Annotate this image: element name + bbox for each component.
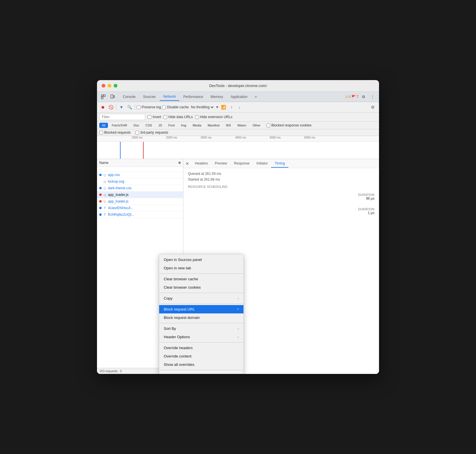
clear-icon[interactable]: 🚫 xyxy=(107,104,114,111)
more-options-icon[interactable]: ⋮ xyxy=(369,93,377,101)
close-button[interactable] xyxy=(102,84,105,88)
filter-all[interactable]: All xyxy=(99,123,108,128)
close-panel-button[interactable]: ✕ xyxy=(186,161,189,166)
menu-clear-cache[interactable]: Clear browser cache xyxy=(159,275,243,283)
minimize-button[interactable] xyxy=(108,84,111,88)
tab-initiator[interactable]: Initiator xyxy=(253,160,271,168)
resource-scheduling-header: Resource Scheduling xyxy=(188,185,374,188)
menu-copy[interactable]: Copy › xyxy=(159,294,243,302)
tab-performance[interactable]: Performance xyxy=(180,93,207,101)
file-item-fluh[interactable]: T flUhRq6tzZclQl... xyxy=(97,211,183,218)
top-right-area: ⚠6 🚩7 ⚙ ⋮ xyxy=(345,93,377,101)
hide-extension-urls-label[interactable]: Hide extension URLs xyxy=(195,115,233,119)
menu-label: Header Options xyxy=(164,335,190,339)
menu-block-request-url[interactable]: Block request URL ↗ xyxy=(159,305,243,313)
file-indicator xyxy=(99,207,102,209)
invert-label[interactable]: Invert xyxy=(148,115,161,119)
duration-label-1: DURATION xyxy=(358,193,374,196)
menu-open-new-tab[interactable]: Open in new tab xyxy=(159,264,243,272)
filter-doc[interactable]: Doc xyxy=(131,123,142,128)
menu-override-headers[interactable]: Override headers xyxy=(159,344,243,352)
file-item-lockup[interactable]: ◻ lockup.svg xyxy=(97,178,183,185)
blocked-requests-checkbox[interactable] xyxy=(99,131,103,135)
filter-other[interactable]: Other xyxy=(250,123,263,128)
network-settings-icon[interactable]: ⚙ xyxy=(369,103,377,111)
disable-cache-label[interactable]: Disable cache xyxy=(162,105,189,109)
invert-checkbox[interactable] xyxy=(148,115,151,119)
filter-ws[interactable]: WS xyxy=(223,123,234,128)
third-party-label[interactable]: 3rd-party requests xyxy=(135,130,168,135)
tab-console[interactable]: Console xyxy=(119,93,139,101)
filter-fetch-xhr[interactable]: Fetch/XHR xyxy=(109,123,130,128)
file-type-icon: ◻ xyxy=(103,199,107,203)
file-item-apploader[interactable]: ◻ app_loader.js xyxy=(97,192,183,198)
menu-save-har[interactable]: Save all as HAR with content xyxy=(159,371,243,374)
file-name: 4UasrENHsxJl... xyxy=(108,206,133,210)
stop-recording-icon[interactable]: ⏺ xyxy=(99,104,106,111)
filter-js[interactable]: JS xyxy=(156,123,165,128)
maximize-button[interactable] xyxy=(114,84,117,88)
upload-icon[interactable]: ↑ xyxy=(228,104,235,111)
filter-input[interactable] xyxy=(99,114,145,120)
device-icon[interactable] xyxy=(108,93,117,101)
filter-media[interactable]: Media xyxy=(190,123,204,128)
error-badge: 🚩7 xyxy=(351,95,358,99)
timeline-area: 1000 ms 2000 ms 3000 ms 4000 ms 5000 ms … xyxy=(97,136,379,159)
file-item[interactable]: ··· xyxy=(97,167,183,172)
menu-block-request-domain[interactable]: Block request domain xyxy=(159,313,243,322)
queued-at: Queued at 261.59 ms xyxy=(188,172,374,176)
panel-tabs: ✕ Headers Preview Response Initiator Tim… xyxy=(183,159,379,168)
file-type-icon: T xyxy=(103,206,107,210)
menu-label: Open in Sources panel xyxy=(164,258,202,262)
file-item-appcss[interactable]: ◻ app.css xyxy=(97,172,183,178)
settings-icon[interactable]: ⚙ xyxy=(359,93,368,101)
file-type-icon: ◻ xyxy=(103,173,107,177)
menu-show-all-overrides[interactable]: Show all overrides xyxy=(159,360,243,369)
file-item-4uasr[interactable]: T 4UasrENHsxJl... xyxy=(97,205,183,211)
svg-rect-0 xyxy=(101,95,103,97)
search-icon[interactable]: 🔍 xyxy=(126,104,133,111)
third-party-checkbox[interactable] xyxy=(135,131,139,135)
file-item-darktheme[interactable]: ◻ dark-theme.css xyxy=(97,185,183,192)
disable-cache-checkbox[interactable] xyxy=(162,105,166,109)
download-icon[interactable]: ↓ xyxy=(236,104,243,111)
menu-override-content[interactable]: Override content xyxy=(159,352,243,360)
filter-manifest[interactable]: Manifest xyxy=(205,123,222,128)
tab-response[interactable]: Response xyxy=(231,160,253,168)
filter-img[interactable]: Img xyxy=(178,123,189,128)
filter-css[interactable]: CSS xyxy=(143,123,155,128)
inspect-icon[interactable] xyxy=(99,93,107,101)
blocked-requests-label[interactable]: Blocked requests xyxy=(99,130,131,135)
menu-clear-cookies[interactable]: Clear browser cookies xyxy=(159,283,243,292)
timeline-label-3: 3000 ms xyxy=(201,136,212,139)
file-item-apploaderb[interactable]: ◻ app_loader.js xyxy=(97,198,183,205)
filter-wasm[interactable]: Wasm xyxy=(235,123,249,128)
timeline-blue-marker xyxy=(120,142,121,159)
blocked-cookies-checkbox[interactable] xyxy=(266,124,270,127)
file-name: dark-theme.css xyxy=(108,186,132,190)
hide-data-urls-label[interactable]: Hide data URLs xyxy=(163,115,193,119)
filter-font[interactable]: Font xyxy=(166,123,177,128)
tab-more[interactable]: » xyxy=(252,93,260,101)
preserve-log-checkbox[interactable] xyxy=(137,105,140,109)
preserve-log-label[interactable]: Preserve log xyxy=(137,105,161,109)
menu-header-options[interactable]: Header Options › xyxy=(159,333,243,341)
duration-value-1: 98 µs xyxy=(358,196,374,200)
duration-value-2: 1 µs xyxy=(358,211,374,215)
tab-sources[interactable]: Sources xyxy=(140,93,159,101)
menu-open-sources[interactable]: Open in Sources panel xyxy=(159,256,243,264)
blocked-cookies-label[interactable]: Blocked response cookies xyxy=(266,123,311,127)
menu-sort-by[interactable]: Sort By › xyxy=(159,324,243,333)
wifi-icon[interactable]: 📶 xyxy=(220,104,227,111)
tab-application[interactable]: Application xyxy=(227,93,251,101)
hide-extension-urls-checkbox[interactable] xyxy=(195,115,199,119)
file-type-icon: ◻ xyxy=(103,193,107,197)
tab-headers[interactable]: Headers xyxy=(191,160,211,168)
tab-timing[interactable]: Timing xyxy=(271,160,288,168)
tab-memory[interactable]: Memory xyxy=(207,93,226,101)
tab-preview[interactable]: Preview xyxy=(211,160,231,168)
hide-data-urls-checkbox[interactable] xyxy=(163,115,167,119)
filter-icon[interactable]: ▼ xyxy=(118,104,125,111)
throttle-select[interactable]: No throttling xyxy=(190,105,214,109)
tab-network[interactable]: Network xyxy=(160,93,179,101)
